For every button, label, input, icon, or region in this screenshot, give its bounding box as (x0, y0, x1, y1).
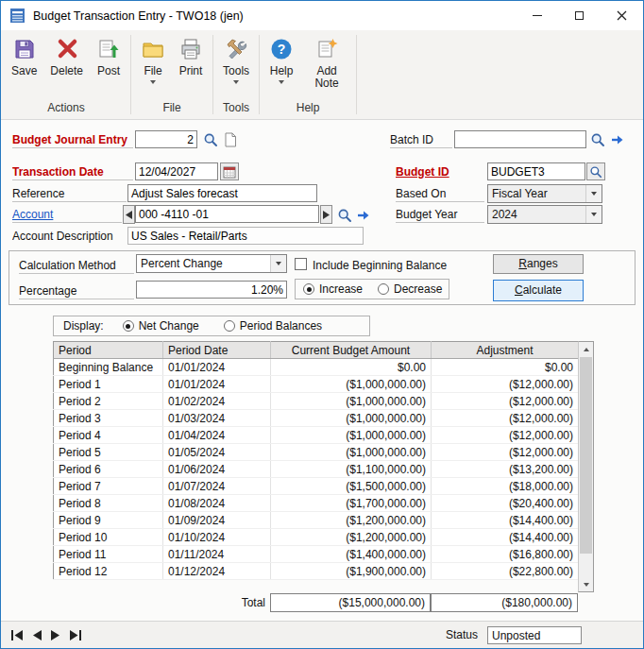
transaction-date-input[interactable] (135, 162, 218, 180)
table-cell[interactable]: ($1,000,000.00) (271, 444, 432, 461)
table-cell[interactable]: ($1,100,000.00) (271, 461, 432, 478)
table-cell[interactable]: 01/03/2024 (163, 410, 271, 427)
table-cell[interactable]: Period 10 (54, 529, 163, 546)
table-cell[interactable]: ($13,200.00) (432, 461, 579, 478)
table-cell[interactable]: 01/08/2024 (163, 495, 271, 512)
table-row[interactable]: Period 601/06/2024($1,100,000.00)($13,20… (54, 461, 579, 478)
column-header-current-budget-amount[interactable]: Current Budget Amount (271, 342, 432, 359)
table-cell[interactable]: Period 3 (54, 410, 163, 427)
table-cell[interactable]: ($12,000.00) (432, 444, 579, 461)
percentage-input[interactable] (136, 281, 287, 299)
table-cell[interactable]: ($12,000.00) (432, 376, 579, 393)
ranges-button[interactable]: Ranges (493, 254, 584, 274)
table-row[interactable]: Period 401/04/2024($1,000,000.00)($12,00… (54, 427, 579, 444)
post-button[interactable]: Post (90, 30, 127, 79)
close-button[interactable] (601, 1, 643, 30)
budget-id-input[interactable] (487, 162, 585, 180)
period-balances-radio[interactable] (224, 320, 235, 332)
table-cell[interactable]: ($1,000,000.00) (271, 427, 432, 444)
nav-previous-button[interactable] (33, 630, 42, 640)
table-cell[interactable]: ($18,000.00) (432, 478, 579, 495)
budget-year-dropdown[interactable]: 2024 (487, 205, 602, 224)
table-row[interactable]: Period 1101/11/2024($1,400,000.00)($16,8… (54, 546, 579, 563)
table-row[interactable]: Period 101/01/2024($1,000,000.00)($12,00… (54, 376, 579, 393)
scroll-thumb[interactable] (580, 357, 592, 554)
column-header-adjustment[interactable]: Adjustment (432, 342, 579, 359)
table-cell[interactable]: 01/10/2024 (163, 529, 271, 546)
tools-menu-button[interactable]: Tools (216, 30, 256, 86)
table-cell[interactable]: ($1,200,000.00) (271, 529, 432, 546)
delete-button[interactable]: Delete (43, 30, 90, 79)
table-cell[interactable]: ($1,500,000.00) (271, 478, 432, 495)
table-row[interactable]: Period 1201/12/2024($1,900,000.00)($22,8… (54, 563, 579, 580)
nav-next-button[interactable] (51, 630, 59, 640)
table-cell[interactable]: Period 8 (54, 495, 163, 512)
table-row[interactable]: Beginning Balance01/01/2024$0.00$0.00 (54, 359, 579, 376)
table-cell[interactable]: Period 11 (54, 546, 163, 563)
table-scrollbar[interactable] (578, 341, 594, 592)
include-beginning-balance-checkbox[interactable] (295, 258, 307, 270)
table-cell[interactable]: ($1,200,000.00) (271, 512, 432, 529)
calculate-button[interactable]: Calculate (493, 280, 584, 301)
print-button[interactable]: Print (172, 30, 210, 79)
table-cell[interactable]: 01/01/2024 (163, 359, 271, 376)
table-cell[interactable]: ($1,000,000.00) (271, 410, 432, 427)
table-row[interactable]: Period 201/02/2024($1,000,000.00)($12,00… (54, 393, 579, 410)
table-cell[interactable]: Period 9 (54, 512, 163, 529)
minimize-button[interactable] (516, 1, 558, 30)
table-cell[interactable]: ($20,400.00) (432, 495, 579, 512)
table-cell[interactable]: ($16,800.00) (432, 546, 579, 563)
table-cell[interactable]: ($12,000.00) (432, 393, 579, 410)
column-header-period-date[interactable]: Period Date (163, 342, 271, 359)
table-cell[interactable]: 01/02/2024 (163, 393, 271, 410)
increase-radio[interactable] (303, 283, 314, 295)
budget-journal-entry-lookup-icon[interactable] (203, 132, 218, 150)
table-cell[interactable]: Beginning Balance (54, 359, 163, 376)
table-cell[interactable]: ($22,800.00) (432, 563, 579, 580)
maximize-button[interactable] (558, 1, 601, 30)
table-cell[interactable]: Period 12 (54, 563, 163, 580)
table-cell[interactable]: $0.00 (432, 359, 579, 376)
account-link-label[interactable]: Account (12, 206, 122, 223)
decrease-radio[interactable] (378, 283, 389, 295)
account-lookup-icon[interactable] (337, 208, 352, 226)
calculation-method-dropdown[interactable]: Percent Change (136, 254, 287, 273)
table-cell[interactable]: ($14,400.00) (432, 529, 579, 546)
batch-id-lookup-icon[interactable] (590, 132, 605, 150)
date-picker-button[interactable] (220, 162, 239, 180)
table-row[interactable]: Period 801/08/2024($1,700,000.00)($20,40… (54, 495, 579, 512)
table-cell[interactable]: 01/11/2024 (163, 546, 271, 563)
batch-id-expansion-arrow-icon[interactable] (610, 133, 625, 149)
table-cell[interactable]: 01/04/2024 (163, 427, 271, 444)
account-previous-button[interactable] (123, 205, 135, 224)
table-cell[interactable]: Period 1 (54, 376, 163, 393)
table-row[interactable]: Period 901/09/2024($1,200,000.00)($14,40… (54, 512, 579, 529)
table-cell[interactable]: 01/01/2024 (163, 376, 271, 393)
table-cell[interactable]: ($12,000.00) (432, 427, 579, 444)
table-cell[interactable]: $0.00 (271, 359, 432, 376)
table-cell[interactable]: Period 2 (54, 393, 163, 410)
table-cell[interactable]: ($1,000,000.00) (271, 376, 432, 393)
table-cell[interactable]: ($12,000.00) (432, 410, 579, 427)
save-button[interactable]: Save (5, 30, 43, 79)
budget-id-lookup-button[interactable] (586, 162, 605, 180)
table-cell[interactable]: ($1,900,000.00) (271, 563, 432, 580)
nav-last-button[interactable] (69, 630, 82, 640)
budget-journal-entry-input[interactable] (135, 130, 197, 148)
net-change-radio[interactable] (123, 320, 134, 332)
table-cell[interactable]: ($1,400,000.00) (271, 546, 432, 563)
table-cell[interactable]: ($1,700,000.00) (271, 495, 432, 512)
table-cell[interactable]: Period 6 (54, 461, 163, 478)
table-cell[interactable]: ($14,400.00) (432, 512, 579, 529)
column-header-period[interactable]: Period (54, 342, 163, 359)
add-note-button[interactable]: Add Note (300, 30, 353, 92)
table-row[interactable]: Period 501/05/2024($1,000,000.00)($12,00… (54, 444, 579, 461)
reference-input[interactable] (127, 184, 317, 202)
table-cell[interactable]: 01/06/2024 (163, 461, 271, 478)
based-on-dropdown[interactable]: Fiscal Year (487, 184, 602, 203)
file-menu-button[interactable]: File (134, 30, 172, 86)
table-row[interactable]: Period 301/03/2024($1,000,000.00)($12,00… (54, 410, 579, 427)
table-row[interactable]: Period 701/07/2024($1,500,000.00)($18,00… (54, 478, 579, 495)
nav-first-button[interactable] (10, 630, 24, 640)
budget-id-label[interactable]: Budget ID (396, 163, 484, 180)
